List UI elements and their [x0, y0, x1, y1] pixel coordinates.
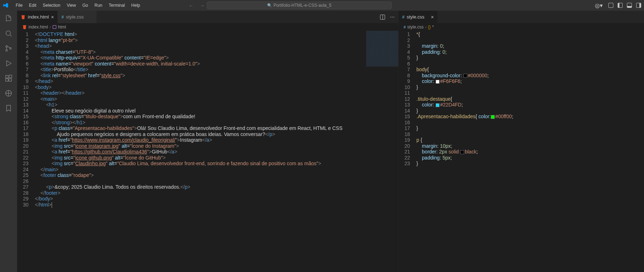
- close-icon[interactable]: ×: [51, 14, 54, 20]
- layout-sidebar-right-icon[interactable]: [636, 3, 641, 8]
- minimap[interactable]: [366, 31, 398, 67]
- svg-point-2: [6, 49, 7, 51]
- breadcrumb-symbol: *: [432, 25, 434, 30]
- svg-rect-6: [9, 79, 11, 81]
- right-tabs: #style.css×: [399, 11, 644, 23]
- search-icon: 🔍: [267, 3, 272, 8]
- tab-style-css[interactable]: #style.css: [58, 11, 97, 23]
- right-breadcrumb[interactable]: # style.css › {} *: [399, 23, 644, 31]
- split-editor-icon[interactable]: [380, 15, 385, 20]
- svg-point-3: [10, 48, 11, 49]
- breadcrumb-file: index.html: [28, 25, 48, 30]
- nav-forward-icon[interactable]: →: [200, 3, 204, 8]
- run-debug-icon[interactable]: [4, 59, 13, 68]
- remote-icon[interactable]: [4, 89, 13, 98]
- nav-back-icon[interactable]: ←: [189, 3, 193, 8]
- svg-rect-7: [9, 75, 12, 78]
- right-gutter: 1234567891011121314151617181920212223: [399, 31, 416, 272]
- svg-rect-11: [53, 26, 56, 29]
- menu-edit[interactable]: Edit: [26, 1, 39, 9]
- tab-label: index.html: [28, 14, 49, 20]
- search-text: Portifolio-HTML-e-CSS-aula_5: [274, 3, 332, 8]
- nav-arrows: ← →: [189, 3, 204, 8]
- breadcrumb-file: style.css: [407, 25, 424, 30]
- left-breadcrumb[interactable]: index.html › html: [17, 23, 398, 31]
- vscode-icon: [3, 2, 9, 8]
- right-code-content[interactable]: *{ margin: 0; padding: 0;} body{ backgro…: [416, 31, 644, 272]
- svg-rect-4: [6, 75, 8, 78]
- svg-point-1: [6, 46, 7, 47]
- left-tabs: index.html×#style.css ⋯: [17, 11, 398, 23]
- tab-index-html[interactable]: index.html×: [17, 11, 58, 23]
- right-editor-group: #style.css× # style.css › {} * 123456789…: [398, 11, 644, 272]
- css-file-icon: #: [404, 25, 406, 29]
- svg-rect-5: [6, 79, 8, 81]
- svg-point-0: [6, 31, 11, 36]
- extensions-icon[interactable]: [4, 74, 13, 83]
- tab-label: style.css: [66, 14, 84, 20]
- menu-file[interactable]: File: [13, 1, 25, 9]
- svg-marker-10: [23, 25, 26, 29]
- html-file-icon: [22, 25, 27, 30]
- tab-label: style.css: [407, 14, 425, 20]
- explorer-icon[interactable]: [4, 14, 13, 23]
- command-center-search[interactable]: 🔍 Portifolio-HTML-e-CSS-aula_5: [207, 1, 392, 9]
- menu-go[interactable]: Go: [79, 1, 91, 9]
- title-bar: FileEditSelectionViewGoRunTerminalHelp ←…: [0, 0, 644, 11]
- left-tab-actions: ⋯: [376, 11, 398, 23]
- source-control-icon[interactable]: [4, 44, 13, 53]
- copilot-icon[interactable]: ◎▾: [595, 2, 603, 9]
- left-gutter: 1234567891011121314151617181920212223242…: [17, 31, 35, 272]
- menu-bar: FileEditSelectionViewGoRunTerminalHelp: [13, 1, 143, 9]
- menu-view[interactable]: View: [64, 1, 79, 9]
- right-code-area[interactable]: 1234567891011121314151617181920212223 *{…: [399, 31, 644, 272]
- search-icon[interactable]: [4, 29, 13, 38]
- menu-selection[interactable]: Selection: [40, 1, 63, 9]
- layout-sidebar-left-icon[interactable]: [618, 3, 623, 8]
- svg-marker-9: [22, 15, 25, 19]
- bookmark-icon[interactable]: [4, 104, 13, 113]
- menu-terminal[interactable]: Terminal: [106, 1, 128, 9]
- layout-panel-bottom-icon[interactable]: [627, 3, 632, 8]
- more-actions-icon[interactable]: ⋯: [390, 14, 395, 20]
- menu-run[interactable]: Run: [92, 1, 105, 9]
- layout-grid-icon[interactable]: [608, 3, 613, 8]
- close-icon[interactable]: ×: [431, 14, 434, 20]
- breadcrumb-symbol: html: [58, 25, 66, 30]
- activity-bar: [0, 11, 17, 272]
- tab-style-css[interactable]: #style.css×: [399, 11, 438, 23]
- title-right-controls: ◎▾: [595, 2, 641, 9]
- menu-help[interactable]: Help: [129, 1, 143, 9]
- symbol-icon: [52, 25, 57, 29]
- left-code-content[interactable]: <!DOCTYPE html><html lang="pt-br"><head>…: [35, 31, 398, 272]
- symbol-bracket-icon: {}: [428, 25, 431, 30]
- left-editor-group: index.html×#style.css ⋯ index.html › htm…: [17, 11, 398, 272]
- left-code-area[interactable]: 1234567891011121314151617181920212223242…: [17, 31, 398, 272]
